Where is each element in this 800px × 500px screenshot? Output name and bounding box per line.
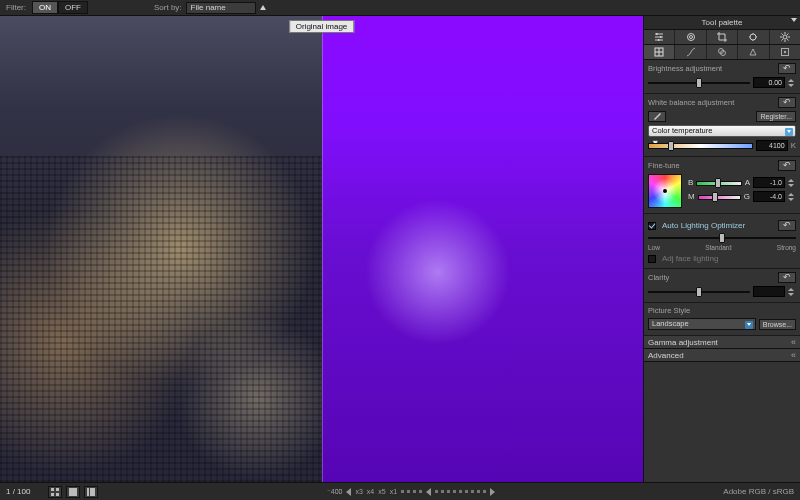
palette-collapse-button[interactable] — [791, 18, 797, 22]
tab-tone-curve-icon[interactable] — [675, 45, 706, 59]
svg-rect-12 — [51, 488, 54, 491]
top-toolbar: Filter: ON OFF Sort by: File name — [0, 0, 800, 16]
view-grid-button[interactable] — [48, 486, 62, 498]
eyedropper-icon — [652, 112, 662, 122]
clarity-slider[interactable] — [648, 288, 750, 296]
svg-rect-1 — [660, 36, 662, 38]
picture-style-browse-button[interactable]: Browse... — [759, 319, 796, 330]
clarity-section: Clarity ↶ — [644, 269, 800, 303]
sort-ascending-button[interactable] — [260, 5, 266, 10]
filter-off-button[interactable]: OFF — [58, 1, 88, 14]
gamma-section-header[interactable]: Gamma adjustment « — [644, 336, 800, 349]
ft-m-label: M — [688, 192, 695, 201]
brightness-slider[interactable] — [648, 79, 750, 87]
clarity-reset-button[interactable]: ↶ — [778, 272, 796, 283]
ft-g-step-down[interactable] — [788, 198, 794, 201]
svg-rect-16 — [69, 488, 77, 496]
brightness-step-down[interactable] — [788, 84, 794, 87]
fine-tune-color-picker[interactable] — [648, 174, 682, 208]
nav-next-button[interactable] — [490, 488, 495, 496]
tool-tab-row-1 — [644, 30, 800, 45]
sortby-select[interactable]: File name — [186, 2, 256, 14]
svg-rect-2 — [658, 39, 660, 41]
brightness-step-up[interactable] — [788, 79, 794, 82]
picture-style-value: Landscape — [652, 319, 689, 328]
sortby-value: File name — [191, 2, 226, 14]
brightness-value[interactable]: 0.00 — [753, 77, 785, 88]
fine-tune-label: Fine-tune — [648, 161, 680, 170]
clarity-value[interactable] — [753, 286, 785, 297]
image-counter: 1 / 100 — [6, 487, 30, 496]
alo-face-label: Adj face lighting — [662, 254, 718, 263]
ft-mg-slider[interactable] — [698, 193, 741, 201]
wb-mode-value: Color temperature — [652, 126, 712, 135]
clarity-step-up[interactable] — [788, 288, 794, 291]
fine-tune-reset-button[interactable]: ↶ — [778, 160, 796, 171]
chevron-down-icon — [787, 130, 791, 133]
tab-basic-adjust-icon[interactable] — [644, 45, 675, 59]
chevron-collapse-icon: « — [791, 337, 796, 347]
undo-icon: ↶ — [783, 221, 791, 230]
image-viewer[interactable]: Original image — [0, 16, 643, 482]
ft-a-step-down[interactable] — [788, 184, 794, 187]
gamma-label: Gamma adjustment — [648, 338, 718, 347]
wb-temp-slider[interactable] — [648, 142, 753, 150]
ft-g-step-up[interactable] — [788, 193, 794, 196]
zoom-x4-label[interactable]: x4 — [367, 488, 374, 495]
tab-detail-icon[interactable] — [738, 45, 769, 59]
tab-lens-icon[interactable] — [675, 30, 706, 44]
zoom-x3-label[interactable]: x3 — [355, 488, 362, 495]
split-divider[interactable] — [322, 16, 323, 482]
ft-ba-slider[interactable] — [696, 179, 741, 187]
zoom-400-label: ⁻400 — [327, 488, 343, 496]
ft-g-value[interactable]: -4.0 — [753, 191, 785, 202]
alo-label: Auto Lighting Optimizer — [662, 221, 745, 230]
zoom-x5-label[interactable]: x5 — [378, 488, 385, 495]
undo-icon: ↶ — [783, 98, 791, 107]
fine-tune-indicator — [663, 189, 667, 193]
tab-color-adjust-icon[interactable] — [707, 45, 738, 59]
svg-rect-18 — [90, 488, 95, 496]
alo-reset-button[interactable]: ↶ — [778, 220, 796, 231]
ft-g-label: G — [744, 192, 750, 201]
white-balance-reset-button[interactable]: ↶ — [778, 97, 796, 108]
brightness-reset-button[interactable]: ↶ — [778, 63, 796, 74]
wb-mode-select[interactable]: Color temperature — [648, 125, 796, 137]
svg-point-11 — [784, 51, 786, 53]
advanced-section-header[interactable]: Advanced « — [644, 349, 800, 362]
ft-a-value[interactable]: -1.0 — [753, 177, 785, 188]
tab-crop-icon[interactable] — [707, 30, 738, 44]
colorspace-label: Adobe RGB / sRGB — [723, 487, 794, 496]
filter-on-button[interactable]: ON — [32, 1, 58, 14]
tab-settings-icon[interactable] — [770, 30, 800, 44]
chevron-down-icon — [747, 323, 751, 326]
nav-prev-button[interactable] — [426, 488, 431, 496]
picture-style-select[interactable]: Landscape — [648, 318, 756, 330]
alo-enable-checkbox[interactable] — [648, 222, 656, 230]
zoom-x1-label[interactable]: x1 — [390, 488, 397, 495]
alo-slider[interactable] — [648, 234, 796, 242]
ft-a-step-up[interactable] — [788, 179, 794, 182]
alo-section: Auto Lighting Optimizer ↶ Low Standard S… — [644, 214, 800, 269]
wb-eyedropper-button[interactable] — [648, 111, 666, 122]
view-single-button[interactable] — [66, 486, 80, 498]
tool-tab-row-2 — [644, 45, 800, 60]
alo-face-checkbox[interactable] — [648, 255, 656, 263]
brightness-section: Brightness adjustment ↶ 0.00 — [644, 60, 800, 94]
original-image-label: Original image — [289, 20, 355, 33]
svg-rect-14 — [51, 493, 54, 496]
tab-dust-icon[interactable] — [738, 30, 769, 44]
clarity-step-down[interactable] — [788, 293, 794, 296]
tab-sliders-icon[interactable] — [644, 30, 675, 44]
advanced-label: Advanced — [648, 351, 684, 360]
svg-point-6 — [783, 35, 787, 39]
view-filmstrip-button[interactable] — [84, 486, 98, 498]
wb-temp-value[interactable]: 4100 — [756, 140, 788, 151]
filmstrip-icon — [86, 487, 96, 497]
tool-palette-header[interactable]: Tool palette — [644, 16, 800, 30]
undo-icon: ↶ — [783, 273, 791, 282]
tab-hsl-icon[interactable] — [770, 45, 800, 59]
zoom-prev-button[interactable] — [346, 488, 351, 496]
wb-register-button[interactable]: Register... — [756, 111, 796, 122]
ft-b-label: B — [688, 178, 693, 187]
